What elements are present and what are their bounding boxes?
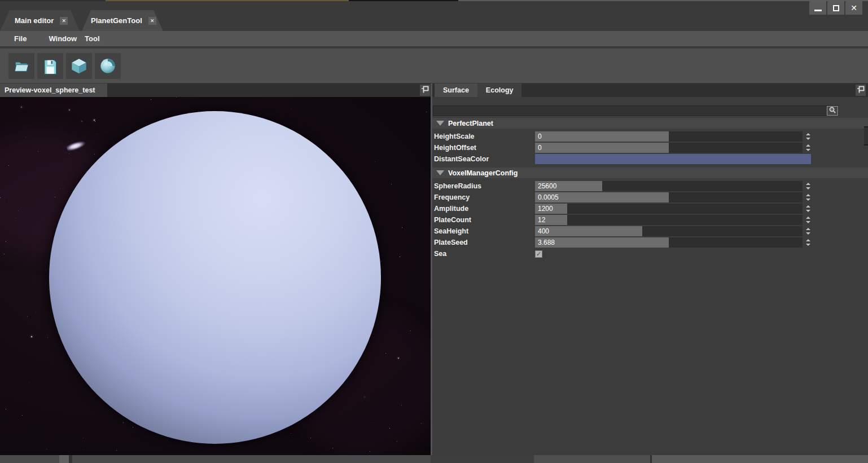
close-tab-icon[interactable]: ✕ bbox=[60, 17, 68, 25]
spinner-up-icon[interactable] bbox=[806, 228, 810, 230]
number-input-field[interactable]: 0 bbox=[535, 143, 803, 153]
menubar: File Window Tool bbox=[0, 31, 868, 47]
value-spinner[interactable] bbox=[804, 131, 812, 142]
value-spinner[interactable] bbox=[804, 226, 812, 236]
number-input-field[interactable]: 0 bbox=[535, 131, 803, 142]
maximize-button[interactable] bbox=[827, 1, 844, 15]
field-value: 25600 bbox=[535, 181, 803, 191]
star bbox=[291, 108, 292, 109]
star bbox=[6, 409, 6, 409]
spinner-down-icon[interactable] bbox=[806, 187, 810, 189]
spinner-down-icon[interactable] bbox=[806, 199, 810, 201]
star bbox=[381, 261, 382, 262]
spinner-up-icon[interactable] bbox=[806, 194, 810, 196]
number-input-field[interactable]: 3.688 bbox=[535, 237, 803, 248]
star bbox=[4, 254, 5, 254]
property-label: HeightOffset bbox=[432, 144, 535, 152]
property-row: HeightOffset 0 bbox=[432, 142, 868, 153]
value-spinner[interactable] bbox=[804, 181, 812, 191]
vertical-scrollbar-thumb[interactable] bbox=[864, 126, 868, 145]
save-button[interactable] bbox=[37, 53, 63, 79]
star bbox=[29, 382, 30, 383]
spinner-up-icon[interactable] bbox=[806, 239, 810, 241]
window-top-edge bbox=[106, 0, 349, 1]
property-label: SeaHeight bbox=[432, 227, 535, 235]
search-button[interactable] bbox=[827, 106, 838, 116]
checkbox-sea[interactable]: ✓ bbox=[535, 250, 542, 258]
star bbox=[262, 116, 263, 117]
star bbox=[310, 438, 311, 438]
field-value: 400 bbox=[535, 226, 803, 236]
planet-preview-viewport[interactable] bbox=[0, 97, 431, 455]
spinner-down-icon[interactable] bbox=[806, 244, 810, 246]
pin-icon bbox=[421, 85, 429, 96]
star bbox=[426, 112, 427, 112]
property-row: Frequency 0.0005 bbox=[432, 192, 868, 203]
property-row: PlateCount 12 bbox=[432, 214, 868, 226]
number-input-field[interactable]: 0.0005 bbox=[535, 192, 803, 202]
property-row: HeightScale 0 bbox=[432, 131, 868, 142]
h-scrollbar-thumb[interactable] bbox=[59, 455, 69, 463]
pin-panel-button[interactable] bbox=[420, 85, 430, 96]
star bbox=[94, 120, 95, 121]
section-header[interactable]: PerfectPlanet bbox=[432, 118, 868, 129]
spinner-up-icon[interactable] bbox=[806, 133, 810, 135]
spinner-down-icon[interactable] bbox=[806, 138, 810, 140]
spinner-up-icon[interactable] bbox=[806, 217, 810, 219]
spinner-down-icon[interactable] bbox=[806, 149, 810, 151]
spinner-up-icon[interactable] bbox=[806, 205, 810, 208]
menu-file[interactable]: File bbox=[14, 34, 27, 43]
close-button[interactable]: ✕ bbox=[845, 1, 862, 15]
value-spinner[interactable] bbox=[804, 192, 812, 202]
star bbox=[133, 427, 133, 427]
tab-planet-gen-tool[interactable]: PlanetGenTool ✕ bbox=[82, 10, 163, 31]
planet-gen-tool-window: ✕ Main editor ✕ PlanetGenTool ✕ File Win… bbox=[0, 0, 868, 463]
pin-panel-button[interactable] bbox=[856, 85, 866, 96]
menu-tool[interactable]: Tool bbox=[85, 34, 99, 43]
value-spinner[interactable] bbox=[804, 204, 812, 214]
number-input-field[interactable]: 25600 bbox=[535, 181, 803, 191]
window-top-edge bbox=[349, 0, 458, 1]
field-value: 12 bbox=[535, 215, 803, 225]
collapse-arrow-icon[interactable] bbox=[436, 121, 444, 126]
section-header[interactable]: VoxelManagerConfig bbox=[432, 167, 868, 178]
editor-tabstrip: Main editor ✕ PlanetGenTool ✕ bbox=[0, 0, 868, 31]
color-swatch-distantseacolor[interactable] bbox=[535, 154, 811, 164]
inspector-pane: Surface Ecology bbox=[432, 83, 868, 455]
value-spinner[interactable] bbox=[804, 237, 812, 248]
tab-main-editor[interactable]: Main editor ✕ bbox=[0, 10, 80, 31]
menu-window[interactable]: Window bbox=[49, 34, 77, 43]
field-value: 0 bbox=[535, 131, 803, 142]
pane-divider[interactable] bbox=[431, 83, 432, 455]
tab-surface[interactable]: Surface bbox=[435, 83, 477, 97]
spinner-up-icon[interactable] bbox=[806, 183, 810, 185]
voxel-cube-button[interactable] bbox=[66, 53, 92, 79]
value-spinner[interactable] bbox=[804, 143, 812, 153]
value-spinner[interactable] bbox=[804, 215, 812, 225]
star bbox=[116, 450, 117, 451]
preview-tabbar: Preview-voxel_sphere_test bbox=[0, 83, 431, 97]
property-row: SeaHeight 400 bbox=[432, 226, 868, 237]
close-tab-icon[interactable]: ✕ bbox=[148, 17, 156, 25]
spinner-down-icon[interactable] bbox=[806, 210, 810, 212]
main-area: Preview-voxel_sphere_test bbox=[0, 83, 868, 455]
tab-ecology[interactable]: Ecology bbox=[477, 83, 522, 97]
inspector-body: PerfectPlanet HeightScale 0 HeightOffset… bbox=[432, 97, 868, 455]
number-input-field[interactable]: 12 bbox=[535, 215, 803, 225]
number-input-field[interactable]: 1200 bbox=[535, 204, 803, 214]
minimize-button[interactable] bbox=[809, 1, 826, 15]
search-input[interactable] bbox=[433, 106, 827, 116]
close-icon: ✕ bbox=[851, 4, 857, 12]
tab-preview-voxel-sphere-test[interactable]: Preview-voxel_sphere_test bbox=[0, 83, 107, 97]
open-file-button[interactable] bbox=[8, 53, 34, 79]
number-input-field[interactable]: 400 bbox=[535, 226, 803, 236]
minimize-icon bbox=[814, 10, 822, 11]
collapse-arrow-icon[interactable] bbox=[436, 170, 444, 175]
spinner-down-icon[interactable] bbox=[806, 232, 810, 235]
tab-label: Surface bbox=[443, 86, 469, 94]
spinner-down-icon[interactable] bbox=[806, 221, 810, 223]
star bbox=[176, 97, 177, 98]
spinner-up-icon[interactable] bbox=[806, 144, 810, 147]
section-rows: HeightScale 0 HeightOffset 0 DistantSeaC… bbox=[432, 131, 868, 165]
planet-sphere-button[interactable] bbox=[95, 53, 121, 79]
